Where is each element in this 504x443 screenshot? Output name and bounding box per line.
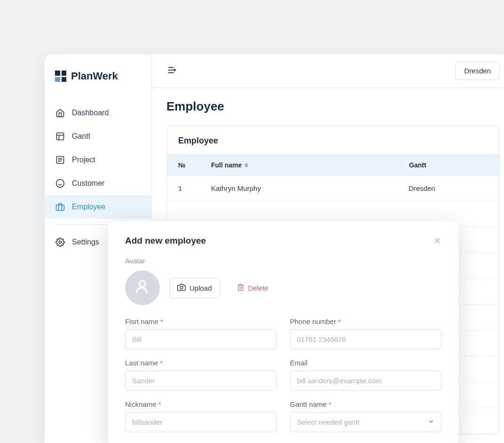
- svg-point-7: [56, 180, 64, 188]
- column-fullname[interactable]: Full name: [211, 161, 409, 169]
- page-title: Employee: [166, 99, 500, 114]
- svg-point-11: [59, 241, 62, 244]
- sidebar-item-label: Settings: [72, 238, 99, 246]
- location-select[interactable]: Dresden: [455, 62, 500, 80]
- gantt-name-select[interactable]: Select needed gantt: [290, 412, 442, 432]
- sidebar-item-label: Customer: [72, 179, 104, 188]
- field-gantt-name: Gantt name * Select needed gantt: [290, 400, 442, 432]
- phone-label: Phone number *: [290, 317, 442, 325]
- svg-point-16: [180, 286, 183, 289]
- sidebar-item-dashboard[interactable]: Dashboard: [45, 101, 151, 125]
- field-first-name: Fisrt name *: [125, 317, 277, 349]
- table-row[interactable]: 1 Kathryn Murphy Dresden: [167, 176, 499, 201]
- last-name-input[interactable]: [125, 371, 277, 391]
- column-fullname-label: Full name: [211, 161, 242, 169]
- add-employee-modal: Add new employee ✕ Avatar Upload: [108, 221, 458, 443]
- cell-gantt: Dresden: [401, 184, 488, 192]
- sidebar-item-gantt[interactable]: Gantt: [45, 125, 151, 148]
- collapse-sidebar-button[interactable]: [166, 65, 178, 77]
- trash-icon: [237, 284, 244, 293]
- delete-label: Delete: [248, 284, 268, 292]
- phone-input[interactable]: [290, 329, 442, 349]
- sidebar-item-project[interactable]: Project: [45, 148, 151, 172]
- upload-button[interactable]: Upload: [169, 278, 220, 298]
- collapse-icon: [167, 65, 177, 77]
- modal-header: Add new employee ✕: [125, 235, 441, 246]
- sidebar-item-customer[interactable]: Customer: [45, 172, 151, 195]
- avatar-section: Avatar Upload Delete: [125, 257, 441, 305]
- delete-avatar-button[interactable]: Delete: [237, 284, 268, 293]
- field-email: Email: [290, 359, 442, 391]
- modal-title: Add new employee: [125, 236, 206, 246]
- sidebar-item-label: Gantt: [72, 132, 90, 141]
- logo-mark-icon: [55, 71, 66, 82]
- avatar-label: Avatar: [125, 257, 441, 265]
- sidebar-item-label: Dashboard: [72, 109, 109, 117]
- table-header: № Full name Gantt: [167, 154, 499, 176]
- email-label: Email: [290, 359, 442, 367]
- page-header: Employee: [151, 88, 504, 125]
- column-number: №: [178, 161, 211, 169]
- avatar-row: Upload Delete: [125, 270, 441, 305]
- nickname-label: Nickname *: [125, 400, 277, 408]
- gantt-name-placeholder: Select needed gantt: [297, 418, 360, 426]
- upload-label: Upload: [189, 284, 212, 292]
- person-icon: [134, 278, 151, 298]
- smile-icon: [55, 178, 65, 189]
- gantt-name-label: Gantt name *: [290, 400, 442, 408]
- gear-icon: [55, 237, 65, 247]
- sidebar-item-label: Employee: [72, 203, 105, 211]
- app-name: PlanWerk: [71, 70, 118, 82]
- close-icon: ✕: [433, 236, 441, 246]
- sidebar-item-employee[interactable]: Employee: [45, 195, 151, 219]
- card-title: Employee: [167, 136, 499, 154]
- sidebar-item-label: Project: [72, 156, 95, 164]
- avatar-placeholder: [125, 270, 160, 305]
- chevron-down-icon: [428, 418, 434, 426]
- email-input[interactable]: [290, 371, 442, 391]
- layout-icon: [55, 131, 65, 142]
- cell-fullname: Kathryn Murphy: [211, 184, 409, 192]
- first-name-label: Fisrt name *: [125, 317, 277, 325]
- app-logo: PlanWerk: [45, 70, 151, 101]
- topbar: Dresden: [151, 54, 504, 88]
- employee-form: Fisrt name * Phone number * Last name * …: [125, 317, 441, 432]
- last-name-label: Last name *: [125, 359, 277, 367]
- column-gantt: Gantt: [401, 161, 488, 169]
- cell-num: 1: [178, 184, 211, 192]
- svg-point-15: [140, 281, 146, 287]
- svg-rect-0: [57, 133, 64, 140]
- nickname-input[interactable]: [125, 412, 277, 432]
- sort-icon: [244, 163, 248, 167]
- home-icon: [55, 108, 65, 118]
- location-value: Dresden: [464, 67, 491, 75]
- camera-icon: [177, 283, 186, 293]
- list-icon: [55, 155, 65, 165]
- svg-rect-10: [56, 205, 64, 211]
- field-nickname: Nickname *: [125, 400, 277, 432]
- field-last-name: Last name *: [125, 359, 277, 391]
- field-phone: Phone number *: [290, 317, 442, 349]
- briefcase-icon: [55, 202, 65, 212]
- modal-close-button[interactable]: ✕: [433, 235, 441, 246]
- first-name-input[interactable]: [125, 329, 277, 349]
